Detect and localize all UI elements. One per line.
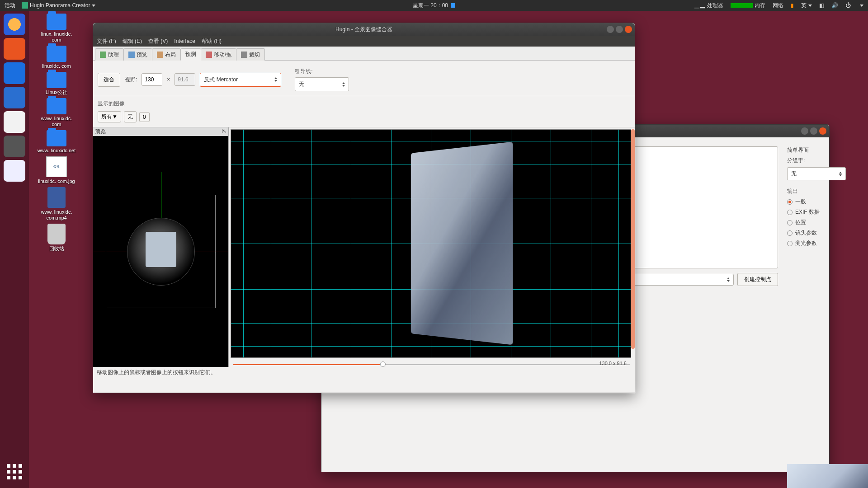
launcher-ubuntu[interactable] [4,111,25,133]
show-applications[interactable] [4,461,25,483]
fov-v-input [175,73,195,86]
cpu-indicator[interactable]: ▁▂ 处理器 [694,2,723,9]
minimize-icon[interactable] [607,26,614,33]
desktop-folder[interactable]: www. linuxidc. com [36,98,77,127]
vfov-slider[interactable] [631,129,635,349]
menu-file[interactable]: 文件 (F) [97,38,116,45]
clock[interactable]: 星期一 20：00 [413,2,455,9]
ime-indicator[interactable]: 英 [801,2,812,9]
projected-image [411,142,513,345]
pin-icon[interactable]: ⇱ [222,128,226,136]
close-icon[interactable] [625,26,632,33]
hugin-titlebar[interactable]: Hugin - 全景图像缝合器 [93,23,635,36]
image-0-toggle[interactable]: 0 [139,112,150,122]
projection-select[interactable]: 反式 Mercator [200,73,281,87]
chevron-down-icon [860,5,863,7]
launcher-files[interactable] [4,62,25,84]
top-panel: 活动 Hugin Panorama Creator 星期一 20：00 ▁▂ 处… [0,0,868,11]
crop-icon [241,52,247,58]
desktop-folder[interactable]: linuxidc. com [36,46,77,69]
desktop-image[interactable]: 公社linuxidc. com.jpg [36,156,77,184]
preview-icon [128,52,135,58]
tab-layout[interactable]: 布局 [152,48,181,61]
fov-label: 视野: [125,76,137,84]
tab-projection[interactable]: 预测 [180,48,201,61]
menu-edit[interactable]: 编辑 (E) [123,38,142,45]
guide-label: 引导线: [295,68,349,75]
tabstrip: 助理 预览 布局 预测 移动/拖 裁切 [93,47,635,61]
power-icon[interactable]: ⏻ [845,2,851,9]
panorama-canvas[interactable] [231,129,631,358]
notification-dot-icon [451,3,455,8]
menubar: 文件 (F) 编辑 (E) 查看 (V) Interface 帮助 (H) [93,36,635,47]
maximize-icon[interactable] [810,127,817,135]
preview-area: 预览⇱ [93,127,635,367]
shown-images-label: 显示的图像 [93,96,635,109]
close-icon[interactable] [819,127,826,135]
menu-interface[interactable]: Interface [174,38,195,44]
all-button[interactable]: 所有▼ [98,111,121,122]
radio-lens[interactable]: 镜头参数 [787,229,846,237]
desktop-video[interactable]: www. linuxidc. com.mp4 [36,187,77,221]
fit-button[interactable]: 适合 [98,73,120,87]
active-app[interactable]: Hugin Panorama Creator [22,2,95,9]
launcher-hugin[interactable] [4,160,25,182]
launcher-screenshot[interactable] [4,38,25,60]
desktop-folder[interactable]: www. linuxidc.net [36,130,77,154]
hfov-slider[interactable] [233,361,630,367]
launcher-writer[interactable] [4,87,25,108]
simple-label: 简单界面 [787,146,846,154]
overview-header: 预览 [95,128,106,136]
radio-photometric[interactable]: 测光参数 [787,239,846,247]
menu-view[interactable]: 查看 (V) [148,38,168,45]
overview-canvas[interactable] [93,136,228,367]
tab-move[interactable]: 移动/拖 [201,48,236,61]
net-indicator[interactable]: 网络 [773,2,783,9]
minimize-icon[interactable] [801,127,808,135]
launcher-firefox[interactable] [4,14,25,35]
tab-crop[interactable]: 裁切 [236,48,265,61]
output-label: 输出 [787,188,846,195]
activities-button[interactable]: 活动 [5,2,15,9]
assistant-icon [100,52,106,58]
desktop-folder[interactable]: Linux公社 [36,72,77,95]
launcher [0,11,29,488]
create-cp-button[interactable]: 创建控制点 [737,273,778,286]
temp-indicator[interactable]: ▮ [791,2,794,9]
image-toggle-row: 所有▼ 无 0 [93,109,635,127]
none-button[interactable]: 无 [124,111,137,122]
dimensions-readout: 130.0 x 91.6 [599,361,627,366]
a11y-icon[interactable]: ◧ [819,2,824,9]
overview-panel: 预览⇱ [93,127,229,367]
main-preview-panel: 130.0 x 91.6 [229,127,635,367]
move-icon [206,52,212,58]
layout-icon [157,52,163,58]
mem-indicator[interactable]: 内存 [731,2,765,9]
projection-toolbar: 适合 视野: × 反式 Mercator 引导线: 无 [93,61,635,96]
volume-icon[interactable]: 🔊 [831,2,838,9]
tab-preview[interactable]: 预览 [123,48,152,61]
radio-exif[interactable]: EXIF 数据 [787,208,846,216]
menu-help[interactable]: 帮助 (H) [202,38,222,45]
hugin-window: Hugin - 全景图像缝合器 文件 (F) 编辑 (E) 查看 (V) Int… [93,23,635,393]
radio-position[interactable]: 位置 [787,219,846,226]
hugin-icon [22,2,28,9]
status-bar: 移动图像上的鼠标或者图像上的按钮来识别它们。 [93,367,635,378]
desktop-folder[interactable]: linux. linuxidc. com [36,14,77,43]
launcher-camera[interactable] [4,136,25,157]
group-label: 分组于: [787,157,846,164]
guide-select[interactable]: 无 [295,77,349,91]
maximize-icon[interactable] [616,26,623,33]
group-select[interactable]: 无 [787,167,846,180]
fov-h-input[interactable] [142,73,162,86]
desktop-trash[interactable]: 回收站 [36,224,77,252]
image-preview-thumb [787,464,868,488]
times-label: × [167,76,170,83]
window-title: Hugin - 全景图像缝合器 [335,26,392,33]
desktop: linux. linuxidc. com linuxidc. com Linux… [36,14,81,254]
radio-normal[interactable]: 一般 [787,198,846,206]
tab-assistant[interactable]: 助理 [95,48,124,61]
chevron-down-icon [92,5,95,7]
